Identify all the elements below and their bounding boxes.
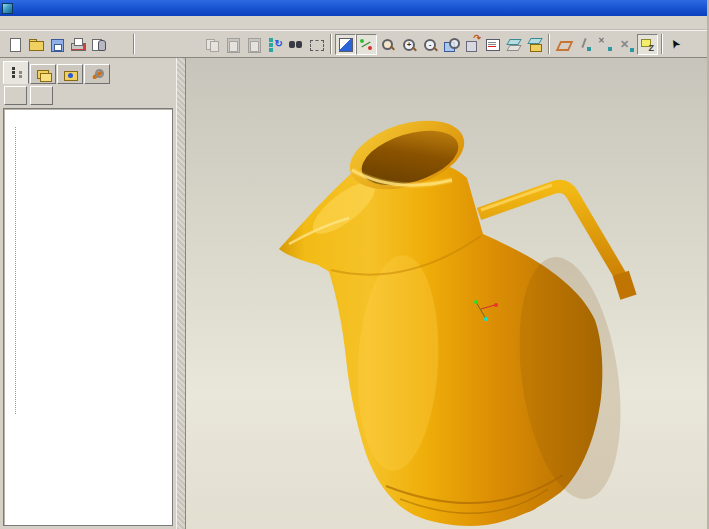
proe-window (0, 0, 709, 529)
paste-button[interactable] (222, 34, 243, 55)
toolbar-separator (330, 34, 332, 54)
new-file-icon (7, 37, 22, 52)
annotation-toggle-button[interactable] (637, 34, 658, 55)
print-icon (70, 37, 85, 52)
navigator-panel (0, 58, 176, 529)
save-icon (49, 37, 64, 52)
zoom-in-icon (401, 37, 416, 52)
send-mail-button[interactable] (109, 34, 130, 55)
redo-button[interactable] (159, 34, 180, 55)
regenerate-icon (267, 37, 282, 52)
annotation-toggle-icon (640, 37, 655, 52)
undo-icon (141, 37, 156, 52)
datum-point-toggle-button[interactable] (595, 34, 616, 55)
toolbar-separator (133, 34, 135, 54)
find-button[interactable] (285, 34, 306, 55)
copy-button[interactable] (201, 34, 222, 55)
3d-viewport[interactable] (186, 58, 707, 529)
select-arrow-icon (669, 37, 684, 52)
saved-views-icon (485, 37, 500, 52)
settings-dropdown-button[interactable] (30, 86, 53, 105)
model-tree-tab[interactable] (3, 61, 29, 84)
panel-splitter[interactable] (176, 58, 186, 529)
tree-guide-line (15, 127, 16, 414)
folder-browser-tab[interactable] (30, 64, 56, 84)
datum-plane-toggle-icon (556, 37, 571, 52)
model-tree (3, 108, 173, 526)
repaint-button[interactable] (335, 34, 356, 55)
csys-toggle-icon (619, 37, 634, 52)
toolbar (0, 30, 707, 58)
model-pitcher (186, 58, 707, 529)
paste-icon (225, 37, 240, 52)
reorient-icon (464, 37, 479, 52)
modeltree-icon (10, 66, 23, 79)
open-button[interactable] (25, 34, 46, 55)
navigator-tabs (0, 58, 176, 84)
favorites-tab[interactable] (57, 64, 83, 84)
layers-icon (506, 37, 521, 52)
main-area (0, 58, 707, 529)
refit-icon (443, 37, 458, 52)
connections-tab[interactable] (84, 64, 110, 84)
csys-toggle-button[interactable] (616, 34, 637, 55)
toolbar-separator (661, 34, 663, 54)
title-bar (0, 0, 707, 16)
folders-icon (37, 68, 50, 81)
reorient-button[interactable] (461, 34, 482, 55)
open-icon (28, 37, 43, 52)
print-button[interactable] (67, 34, 88, 55)
layers-button[interactable] (503, 34, 524, 55)
copy-icon (204, 37, 219, 52)
zoom-in-button[interactable] (398, 34, 419, 55)
repaint-icon (338, 37, 353, 52)
paste-special-icon (246, 37, 261, 52)
find-icon (288, 37, 303, 52)
select-box-button[interactable] (306, 34, 327, 55)
print-config-button[interactable] (88, 34, 109, 55)
view-manager-icon (527, 37, 542, 52)
connections-icon (91, 68, 104, 81)
undo-button[interactable] (138, 34, 159, 55)
datum-axis-toggle-button[interactable] (574, 34, 595, 55)
cut-icon (183, 37, 198, 52)
select-box-icon (309, 37, 324, 52)
datum-plane-toggle-button[interactable] (553, 34, 574, 55)
show-dropdown-button[interactable] (4, 86, 27, 105)
zoom-out-icon (422, 37, 437, 52)
toolbar-separator (548, 34, 550, 54)
spin-center-button[interactable] (356, 34, 377, 55)
print-config-icon (91, 37, 106, 52)
menu-bar (0, 16, 707, 30)
saved-views-button[interactable] (482, 34, 503, 55)
orient-mode-button[interactable] (377, 34, 398, 55)
redo-icon (162, 37, 177, 52)
refit-button[interactable] (440, 34, 461, 55)
cut-button[interactable] (180, 34, 201, 55)
spin-center-icon (359, 37, 374, 52)
send-mail-icon (112, 37, 127, 52)
model-tree-toolbar (0, 84, 176, 108)
favorites-icon (64, 68, 77, 81)
view-manager-button[interactable] (524, 34, 545, 55)
new-file-button[interactable] (4, 34, 25, 55)
app-icon (2, 3, 13, 14)
zoom-out-button[interactable] (419, 34, 440, 55)
regenerate-button[interactable] (264, 34, 285, 55)
datum-point-toggle-icon (598, 37, 613, 52)
save-button[interactable] (46, 34, 67, 55)
datum-axis-toggle-icon (577, 37, 592, 52)
paste-special-button[interactable] (243, 34, 264, 55)
orient-mode-icon (380, 37, 395, 52)
select-arrow-button[interactable] (666, 34, 687, 55)
